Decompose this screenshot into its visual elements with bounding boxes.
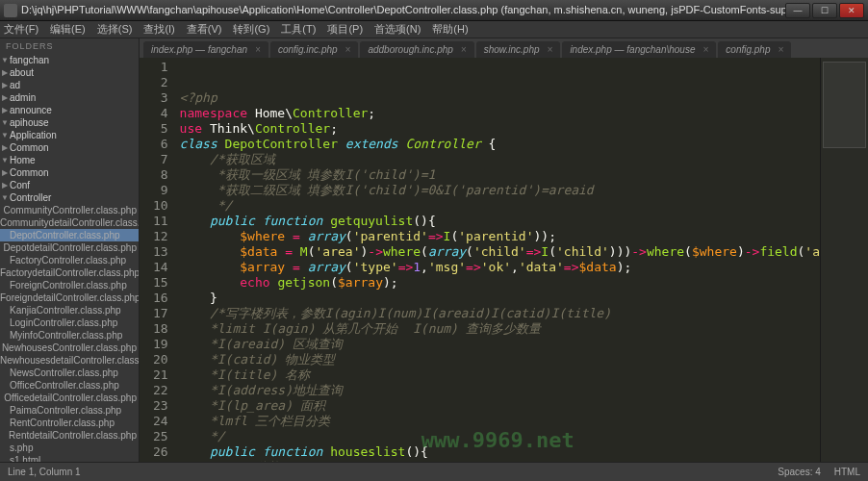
code-line[interactable]: *limit I(agin) 从第几个开始 I(num) 查询多少数量 bbox=[180, 321, 820, 337]
editor-tab[interactable]: show.inc.php× bbox=[476, 41, 561, 58]
disclosure-arrow-icon[interactable]: ▼ bbox=[0, 156, 10, 165]
code-line[interactable]: use Think\Controller; bbox=[180, 121, 820, 137]
code-line[interactable]: public function getquyulist(){ bbox=[180, 214, 820, 229]
tree-folder[interactable]: ▶Conf bbox=[0, 179, 139, 191]
tab-close-icon[interactable]: × bbox=[548, 44, 553, 55]
close-button[interactable]: ✕ bbox=[839, 3, 864, 18]
tree-file[interactable]: DepotController.class.php bbox=[0, 229, 139, 241]
code-line[interactable]: */ bbox=[180, 198, 820, 214]
code-line[interactable]: /*获取区域 bbox=[180, 152, 820, 167]
tree-file[interactable]: PaimaController.class.php bbox=[0, 404, 139, 417]
tree-file[interactable]: KanjiaController.class.php bbox=[0, 304, 139, 316]
editor-tab[interactable]: index.php — fangchan\house× bbox=[562, 41, 716, 58]
menu-item[interactable]: 首选项(N) bbox=[374, 22, 421, 37]
tree-folder[interactable]: ▶Common bbox=[0, 141, 139, 154]
code-line[interactable]: *I(catid) 物业类型 bbox=[180, 352, 820, 367]
code-line[interactable]: *获取二级区域 填参数I('child')=0&I('parentid')=ar… bbox=[180, 183, 820, 198]
tab-close-icon[interactable]: × bbox=[778, 44, 783, 55]
code-line[interactable]: *I(lp_area) 面积 bbox=[180, 398, 820, 414]
disclosure-arrow-icon[interactable]: ▶ bbox=[0, 68, 10, 77]
tree-folder[interactable]: ▼Home bbox=[0, 154, 139, 166]
code-line[interactable]: $where = array('parentid'=>I('parentid')… bbox=[180, 229, 820, 244]
code-line[interactable]: echo getjson($array); bbox=[180, 275, 820, 291]
tree-folder[interactable]: ▶ad bbox=[0, 79, 139, 91]
tree-folder[interactable]: ▶admin bbox=[0, 91, 139, 104]
minimap-viewport[interactable] bbox=[823, 62, 866, 148]
tree-file[interactable]: DepotdetailController.class.php bbox=[0, 241, 139, 254]
code-line[interactable]: $data = M('area')->where(array('child'=>… bbox=[180, 244, 820, 260]
disclosure-arrow-icon[interactable]: ▶ bbox=[0, 168, 10, 177]
tree-folder[interactable]: ▼Controller bbox=[0, 191, 139, 204]
tree-file[interactable]: NewhousesController.class.php bbox=[0, 342, 139, 354]
tree-file[interactable]: ForeigndetailController.class.php bbox=[0, 291, 139, 304]
menu-item[interactable]: 查找(I) bbox=[143, 22, 174, 37]
maximize-button[interactable]: ☐ bbox=[812, 3, 837, 18]
tree-file[interactable]: s.php bbox=[0, 442, 139, 454]
code-line[interactable]: <?php bbox=[180, 90, 820, 106]
disclosure-arrow-icon[interactable]: ▼ bbox=[0, 56, 10, 64]
status-lang[interactable]: HTML bbox=[834, 467, 860, 477]
code-line[interactable]: /*写字楼列表，参数I(agin)I(num)I(areaid)I(catid)… bbox=[180, 306, 820, 321]
editor-tab[interactable]: config.php× bbox=[718, 41, 791, 58]
disclosure-arrow-icon[interactable]: ▼ bbox=[0, 118, 10, 127]
tree-folder[interactable]: ▶about bbox=[0, 66, 139, 79]
tab-close-icon[interactable]: × bbox=[702, 44, 708, 55]
tab-close-icon[interactable]: × bbox=[461, 44, 467, 55]
tree-folder[interactable]: ▼Application bbox=[0, 129, 139, 141]
code-line[interactable]: /*价格 jiagef jiagel bbox=[180, 460, 820, 462]
code-line[interactable]: *I(title) 名称 bbox=[180, 367, 820, 383]
code-view[interactable]: 1234567891011121314151617181920212223242… bbox=[140, 58, 868, 462]
tree-folder[interactable]: ▼apihouse bbox=[0, 116, 139, 129]
editor-tab[interactable]: index.php — fangchan× bbox=[143, 41, 268, 58]
code-line[interactable]: *I(areaid) 区域查询 bbox=[180, 337, 820, 352]
status-position[interactable]: Line 1, Column 1 bbox=[8, 467, 81, 477]
tree-file[interactable]: LoginController.class.php bbox=[0, 316, 139, 329]
tree-file[interactable]: CommunitydetailController.class.php bbox=[0, 216, 139, 229]
disclosure-arrow-icon[interactable]: ▶ bbox=[0, 93, 10, 102]
tree-file[interactable]: OfficeController.class.php bbox=[0, 379, 139, 392]
disclosure-arrow-icon[interactable]: ▶ bbox=[0, 181, 10, 190]
tree-folder[interactable]: ▶Common bbox=[0, 166, 139, 179]
tree-file[interactable]: MyinfoController.class.php bbox=[0, 329, 139, 342]
tree-file[interactable]: NewsController.class.php bbox=[0, 367, 139, 379]
tree-file[interactable]: s1.html bbox=[0, 454, 139, 462]
code-line[interactable]: namespace Home\Controller; bbox=[180, 106, 820, 121]
menu-item[interactable]: 帮助(H) bbox=[432, 22, 468, 37]
menu-item[interactable]: 文件(F) bbox=[4, 22, 38, 37]
disclosure-arrow-icon[interactable]: ▼ bbox=[0, 131, 10, 139]
tree-file[interactable]: ForeignController.class.php bbox=[0, 279, 139, 291]
minimap[interactable] bbox=[820, 58, 868, 462]
code-line[interactable]: } bbox=[180, 291, 820, 306]
disclosure-arrow-icon[interactable]: ▶ bbox=[0, 143, 10, 152]
tab-close-icon[interactable]: × bbox=[255, 44, 261, 55]
code-line[interactable]: *获取一级区域 填参数I('child')=1 bbox=[180, 167, 820, 183]
disclosure-arrow-icon[interactable]: ▶ bbox=[0, 106, 10, 114]
tree-file[interactable]: CommunityController.class.php bbox=[0, 204, 139, 216]
code-lines[interactable]: <?phpnamespace Home\Controller;use Think… bbox=[176, 58, 820, 462]
tab-close-icon[interactable]: × bbox=[345, 44, 351, 55]
code-line[interactable]: public function houseslist(){ bbox=[180, 444, 820, 460]
menu-item[interactable]: 编辑(E) bbox=[50, 22, 86, 37]
menu-item[interactable]: 工具(T) bbox=[281, 22, 316, 37]
menu-item[interactable]: 选择(S) bbox=[97, 22, 133, 37]
tree-folder[interactable]: ▶announce bbox=[0, 104, 139, 116]
code-line[interactable]: $array = array('type'=>1,'msg'=>'ok','da… bbox=[180, 260, 820, 275]
tree-file[interactable]: OfficedetailController.class.php bbox=[0, 392, 139, 404]
menu-item[interactable]: 项目(P) bbox=[327, 22, 363, 37]
tree-file[interactable]: FactoryController.class.php bbox=[0, 254, 139, 266]
code-line[interactable]: *I(address)地址查询 bbox=[180, 383, 820, 398]
menu-item[interactable]: 转到(G) bbox=[233, 22, 269, 37]
disclosure-arrow-icon[interactable]: ▶ bbox=[0, 81, 10, 89]
status-spaces[interactable]: Spaces: 4 bbox=[778, 467, 820, 477]
code-line[interactable]: *lmfl 三个栏目分类 bbox=[180, 414, 820, 429]
tree-file[interactable]: NewhousesdetailController.class.php bbox=[0, 354, 139, 367]
code-line[interactable]: class DepotController extends Controller… bbox=[180, 137, 820, 152]
tree-file[interactable]: RentdetailController.class.php bbox=[0, 429, 139, 442]
menu-item[interactable]: 查看(V) bbox=[187, 22, 222, 37]
code-line[interactable]: */ bbox=[180, 429, 820, 444]
tree-folder[interactable]: ▼fangchan bbox=[0, 54, 139, 66]
editor-tab[interactable]: addborough.inc.php× bbox=[360, 41, 473, 58]
tree-file[interactable]: RentController.class.php bbox=[0, 417, 139, 429]
disclosure-arrow-icon[interactable]: ▼ bbox=[0, 193, 10, 202]
minimize-button[interactable]: — bbox=[785, 3, 810, 18]
